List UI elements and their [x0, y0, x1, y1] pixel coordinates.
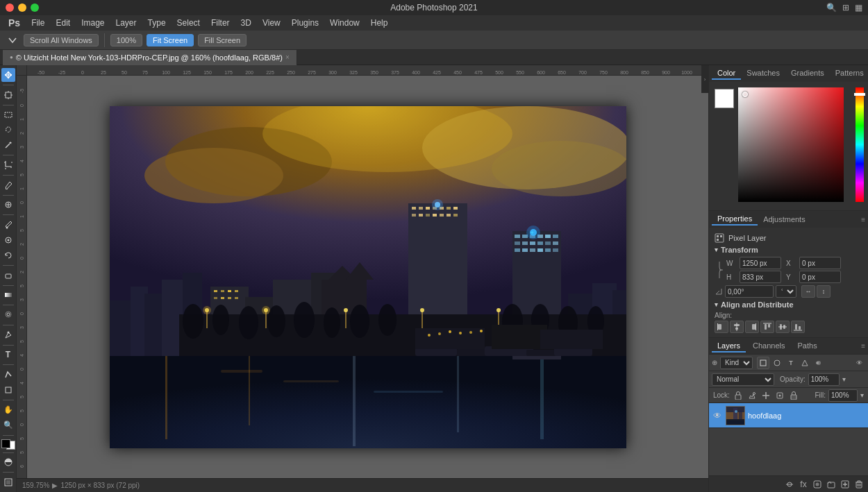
- canvas-image[interactable]: ✦: [110, 106, 626, 448]
- scroll-all-windows-button[interactable]: Scroll All Windows: [24, 34, 99, 46]
- transform-section-title[interactable]: ▾ Transform: [715, 246, 862, 254]
- healing-tool-button[interactable]: [1, 198, 15, 212]
- search-icon[interactable]: 🔍: [826, 3, 837, 12]
- hand-tool-button[interactable]: ✋: [1, 403, 15, 417]
- filter-shape-button[interactable]: [799, 357, 811, 369]
- shape-tool-button[interactable]: [1, 383, 15, 397]
- fill-screen-button[interactable]: Fill Screen: [198, 34, 247, 46]
- blend-mode-select[interactable]: Normal: [712, 373, 774, 386]
- brush-tool-button[interactable]: [1, 218, 15, 232]
- eraser-tool-button[interactable]: [1, 269, 15, 282]
- maximize-button[interactable]: [31, 3, 39, 12]
- fit-screen-button[interactable]: Fit Screen: [147, 34, 194, 46]
- screen-mode-button[interactable]: [1, 475, 15, 489]
- properties-menu-icon[interactable]: ≡: [861, 216, 865, 223]
- menu-file[interactable]: File: [26, 17, 50, 29]
- link-layers-button[interactable]: [783, 478, 796, 491]
- arrange-icon[interactable]: ⊞: [842, 3, 849, 12]
- layer-visibility-icon[interactable]: 👁: [712, 410, 723, 421]
- clone-stamp-button[interactable]: [1, 233, 15, 247]
- filter-adjustment-button[interactable]: [771, 357, 783, 369]
- add-layer-style-button[interactable]: fx: [797, 478, 810, 491]
- align-section-title[interactable]: ▾ Align and Distribute: [715, 300, 862, 309]
- opacity-chevron-icon[interactable]: ▾: [842, 375, 846, 383]
- angle-input[interactable]: [725, 285, 774, 298]
- artboard-tool-button[interactable]: [1, 88, 15, 102]
- lock-transparent-button[interactable]: [733, 390, 744, 401]
- width-input[interactable]: [740, 257, 781, 269]
- layer-item[interactable]: 👁 hoofdlaag: [709, 403, 868, 428]
- lasso-tool-button[interactable]: [1, 123, 15, 137]
- flip-horizontal-button[interactable]: ↔: [801, 285, 815, 298]
- properties-tab[interactable]: Properties: [712, 213, 758, 226]
- menu-image[interactable]: Image: [76, 17, 110, 29]
- layers-panel-menu-icon[interactable]: ≡: [861, 342, 865, 350]
- path-selection-button[interactable]: [1, 368, 15, 382]
- add-mask-button[interactable]: [811, 478, 824, 491]
- align-middle-v-button[interactable]: [776, 321, 790, 333]
- canvas-viewport[interactable]: ✦: [27, 76, 708, 478]
- eyedropper-button[interactable]: [1, 178, 15, 192]
- lock-position-button[interactable]: [760, 390, 771, 401]
- align-center-h-button[interactable]: [730, 321, 744, 333]
- foreground-color-swatch[interactable]: [715, 89, 734, 108]
- opacity-input[interactable]: [808, 373, 840, 386]
- marquee-tool-button[interactable]: [1, 108, 15, 121]
- quick-mask-button[interactable]: [1, 455, 15, 469]
- lock-artboards-button[interactable]: [774, 390, 785, 401]
- menu-filter[interactable]: Filter: [206, 17, 235, 29]
- height-input[interactable]: [740, 271, 781, 283]
- lock-all-button[interactable]: [788, 390, 799, 401]
- fill-input[interactable]: [828, 389, 858, 402]
- adjustments-tab[interactable]: Adjustments: [758, 214, 811, 225]
- menu-ps[interactable]: Ps: [3, 17, 26, 28]
- menu-layer[interactable]: Layer: [110, 17, 142, 29]
- color-spectrum-slider[interactable]: [856, 87, 864, 202]
- gradient-tool-button[interactable]: [1, 288, 15, 302]
- paths-tab[interactable]: Paths: [792, 340, 823, 353]
- y-input[interactable]: [799, 271, 841, 283]
- menu-select[interactable]: Select: [172, 17, 206, 29]
- filter-effects-button[interactable]: [812, 357, 825, 369]
- menu-3d[interactable]: 3D: [235, 17, 257, 29]
- minimize-button[interactable]: [18, 3, 26, 12]
- color-gradient-picker[interactable]: [738, 87, 844, 202]
- angle-unit-select[interactable]: °: [776, 285, 796, 298]
- new-group-button[interactable]: [825, 478, 837, 491]
- workspace-icon[interactable]: ▦: [855, 3, 862, 12]
- crop-tool-button[interactable]: [1, 158, 15, 172]
- text-tool-button[interactable]: T: [1, 348, 15, 362]
- menu-view[interactable]: View: [257, 17, 286, 29]
- toggle-layer-visibility[interactable]: 👁: [853, 357, 865, 369]
- align-left-button[interactable]: [715, 321, 728, 333]
- delete-layer-button[interactable]: [853, 478, 865, 491]
- menu-help[interactable]: Help: [365, 17, 394, 29]
- zoom-tool-button[interactable]: 🔍: [1, 418, 15, 432]
- channels-tab[interactable]: Channels: [747, 340, 790, 353]
- tab-close-icon[interactable]: ×: [285, 53, 290, 61]
- filter-pixel-button[interactable]: [757, 357, 769, 369]
- swatches-tab[interactable]: Swatches: [741, 67, 785, 80]
- layer-filter-select[interactable]: Kind: [720, 357, 753, 369]
- filter-type-button[interactable]: T: [785, 357, 797, 369]
- menu-edit[interactable]: Edit: [50, 17, 76, 29]
- color-switcher[interactable]: [1, 439, 15, 449]
- flip-vertical-button[interactable]: ↕: [817, 285, 831, 298]
- menu-plugins[interactable]: Plugins: [286, 17, 324, 29]
- menu-window[interactable]: Window: [324, 17, 365, 29]
- color-tab[interactable]: Color: [712, 67, 741, 80]
- history-brush-button[interactable]: [1, 248, 15, 262]
- align-bottom-button[interactable]: [791, 321, 805, 333]
- align-right-button[interactable]: [745, 321, 759, 333]
- lock-image-button[interactable]: [746, 390, 758, 401]
- layers-tab[interactable]: Layers: [712, 340, 746, 353]
- magic-wand-button[interactable]: [1, 138, 15, 152]
- fill-chevron-icon[interactable]: ▾: [860, 391, 864, 399]
- blur-tool-button[interactable]: [1, 308, 15, 322]
- align-top-button[interactable]: [760, 321, 774, 333]
- close-button[interactable]: [6, 3, 14, 12]
- document-tab[interactable]: ● © Uitzicht Hotel New York-103-HDRPro-C…: [3, 50, 297, 65]
- pen-tool-button[interactable]: [1, 328, 15, 342]
- patterns-tab[interactable]: Patterns: [830, 67, 868, 80]
- new-layer-button[interactable]: [839, 478, 851, 491]
